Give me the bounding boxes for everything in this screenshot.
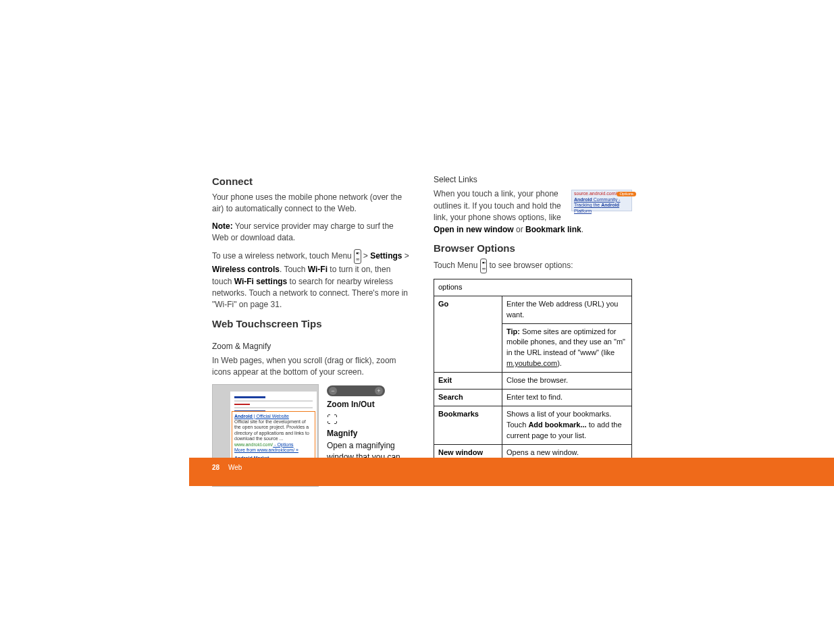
para-zoom: In Web pages, when you scroll (drag or f… <box>212 355 411 379</box>
left-column: Connect Your phone uses the mobile phone… <box>212 174 411 487</box>
link-thumbnail: source.android.com/ Options Android Comm… <box>571 190 632 211</box>
tip-text: Some sites are optimized for mobile phon… <box>506 327 625 357</box>
thumb-options-pill: Options <box>617 192 636 196</box>
tip-label: Tip: <box>506 327 520 336</box>
sel-pre: When you touch a link, your phone outlin… <box>434 189 561 222</box>
magnify-icon: ⛶ <box>327 414 338 425</box>
opt-tip-go: Tip: Some sites are optimized for mobile… <box>502 323 632 373</box>
result-title-1: Android <box>234 414 253 419</box>
wifi-mid: . Touch <box>280 265 308 274</box>
wireless-controls-label: Wireless controls <box>212 265 280 274</box>
result-title-2: | Official Website <box>253 414 289 419</box>
page-footer: 28 Web <box>189 458 834 486</box>
note-label: Note: <box>212 221 233 231</box>
sel-or: or <box>514 225 525 234</box>
opt-name-exit: Exit <box>434 373 502 390</box>
result-snippet: Official site for the development of the… <box>234 419 313 442</box>
phone-inner: Android | Official Website Official site… <box>230 392 317 466</box>
result-options: - Options <box>273 442 293 447</box>
opt-desc-bookmarks: Shows a list of your bookmarks. Touch Ad… <box>502 406 632 445</box>
para-connect: Your phone uses the mobile phone network… <box>212 192 411 215</box>
menu-icon: ▪▫▫▫ <box>354 249 361 264</box>
opt-desc-search: Enter text to find. <box>502 390 632 406</box>
para-wifi: To use a wireless network, touch Menu ▪▫… <box>212 249 411 311</box>
heading-tips: Web Touchscreen Tips <box>212 317 411 331</box>
table-row: Exit Close the browser. <box>434 373 632 390</box>
opt-pre: Touch Menu <box>434 261 480 270</box>
thumb-t3: Platform <box>574 209 592 213</box>
settings-label: Settings <box>370 251 402 261</box>
opt-name-bookmarks: Bookmarks <box>434 406 502 445</box>
bm-bold: Add bookmark... <box>528 421 586 429</box>
opt-name-go: Go <box>434 296 502 373</box>
page-number: 28 <box>212 463 219 473</box>
table-row: Go Enter the Web address (URL) you want. <box>434 296 632 323</box>
heading-zoom: Zoom & Magnify <box>212 341 411 352</box>
table-header-row: options <box>434 279 632 296</box>
callout-magnify-title: Magnify <box>327 428 401 439</box>
note-text: Your service provider may charge to surf… <box>212 221 394 242</box>
para-options-intro: Touch Menu ▪▫▫▫ to see browser options: <box>434 259 632 273</box>
heading-connect: Connect <box>212 174 411 189</box>
manual-page: Connect Your phone uses the mobile phone… <box>0 0 834 644</box>
wifi-gt2: > <box>402 251 409 261</box>
zoom-out-icon: − <box>329 387 337 395</box>
thumb-url: source.android.com/ <box>574 191 617 196</box>
content-columns: Connect Your phone uses the mobile phone… <box>212 174 632 487</box>
sel-end: . <box>581 225 583 234</box>
opt-desc-go: Enter the Web address (URL) you want. <box>502 296 632 323</box>
options-table: options Go Enter the Web address (URL) y… <box>434 279 632 479</box>
result-more: More from www.androidcom/ » <box>234 448 313 453</box>
heading-select-links: Select Links <box>434 174 632 186</box>
highlighted-result: Android | Official Website Official site… <box>232 411 315 464</box>
table-row: Search Enter text to find. <box>434 390 632 406</box>
table-row: Bookmarks Shows a list of your bookmarks… <box>434 406 632 445</box>
wifi-label: Wi-Fi <box>308 265 328 274</box>
heading-browser-options: Browser Options <box>434 241 632 256</box>
bookmark-link-label: Bookmark link <box>525 225 581 234</box>
opt-post: to see browser options: <box>487 261 573 270</box>
zoom-pill-icon: − + <box>327 385 385 396</box>
open-new-window-label: Open in new window <box>434 225 514 234</box>
menu-icon: ▪▫▫▫ <box>480 259 487 273</box>
para-note: Note: Your service provider may charge t… <box>212 221 411 244</box>
thumb-row-1: source.android.com/ Options <box>574 191 629 196</box>
tip-end: ). <box>557 359 562 367</box>
opt-desc-exit: Close the browser. <box>502 373 632 390</box>
wifi-gt: > <box>361 251 371 261</box>
wifi-settings-label: Wi-Fi settings <box>234 277 288 286</box>
thumb-b2: Android <box>601 203 619 207</box>
section-name: Web <box>228 463 242 473</box>
table-header: options <box>434 279 632 296</box>
tip-link: m.youtube.com <box>506 359 557 367</box>
wifi-pre: To use a wireless network, touch Menu <box>212 251 354 261</box>
result-url: www.android.com/ <box>234 442 273 447</box>
thumb-row-2: Android Community - Tracking the Android… <box>574 197 629 214</box>
opt-name-search: Search <box>434 390 502 406</box>
zoom-in-icon: + <box>375 387 383 395</box>
callout-zoom-title: Zoom In/Out <box>327 399 401 410</box>
right-column: Select Links source.android.com/ Options… <box>434 174 632 487</box>
thumb-b1: Android <box>574 197 592 202</box>
